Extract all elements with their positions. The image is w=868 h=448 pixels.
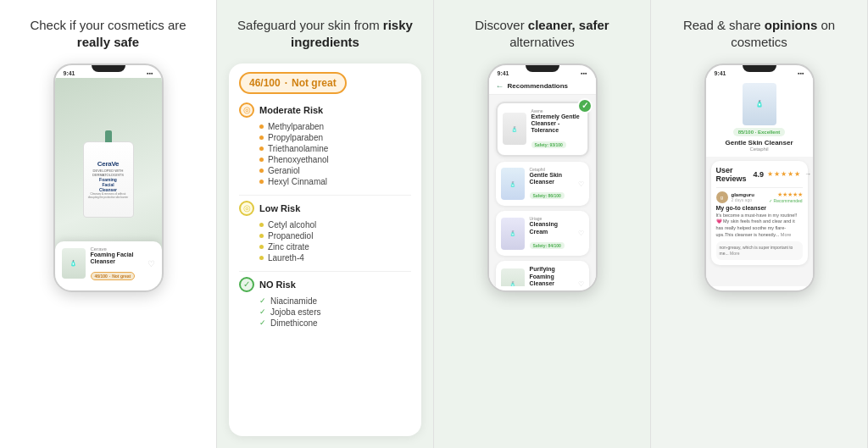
product-info-cetaphil: Cetaphil Gentle Skin Cleanser Safety: 86… [530, 167, 573, 202]
dot-yellow-4 [259, 256, 264, 260]
reviewer-row-1: g glamguru 2 days ago ★★★★★ ✓ Recommende… [716, 191, 803, 203]
phone-mockup-1: 9:41 ▪▪▪ CeraVe DEVELOPED WITH DERMATOLO… [53, 64, 164, 292]
panel2-title: Safeguard your skin from risky ingredien… [229, 17, 421, 52]
ingredient-name: Phenoxyethanol [268, 155, 329, 164]
panel-alternatives: Discover cleaner, safer alternatives 9:4… [434, 0, 651, 448]
separator-2 [239, 271, 411, 272]
signal-icons-3: ▪▪▪ [581, 70, 587, 76]
no-risk-icon: ✓ [239, 277, 254, 292]
score-label-1: Not great [112, 274, 131, 279]
ingredient-geraniol: Geraniol [239, 166, 411, 175]
panel-reviews: Read & share opinions on cosmetics 9:41 … [651, 0, 868, 448]
ingredient-name: Geraniol [268, 166, 300, 175]
reviewer-avatar-1: g [716, 191, 728, 203]
product-score-label-4: Excellent [758, 130, 780, 135]
dot-orange-6 [259, 180, 264, 184]
cerave-logo: CeraVe [97, 160, 119, 168]
product-card-cetaphil[interactable]: 🧴 Cetaphil Gentle Skin Cleanser Safety: … [496, 162, 589, 207]
review-stars-1: ★★★★★ [769, 191, 802, 198]
panel3-title-plain: Discover [475, 18, 528, 32]
score-badge-1: 46/100 · Not great [91, 272, 136, 280]
product-card-purifying[interactable]: 🧴 Purifying Foaming Cleanser Safety: 83/… [496, 261, 589, 285]
bottle-pump [105, 130, 112, 142]
reviews-arrow[interactable]: → [804, 170, 811, 178]
section-moderate-header: ◎ Moderate Risk [239, 102, 411, 118]
panel2-title-plain: Safeguard your skin from [237, 18, 383, 32]
product-brand-4: Cetaphil [749, 147, 768, 152]
ingredient-name: Propylparaben [268, 133, 323, 142]
product-section-4: 🧴 85/100 · Excellent Gentle Skin Cleanse… [706, 78, 813, 157]
selected-check-avene: ✓ [577, 98, 593, 113]
product-card-text-1: Cerave Foaming Facial Cleanser 46/100 · … [91, 246, 142, 281]
heart-uriage[interactable]: ♡ [578, 230, 584, 237]
panel3-title-bold: cleaner, safer [528, 18, 609, 32]
phone-bg-1: CeraVe DEVELOPED WITH DERMATOLOGISTS Foa… [55, 78, 162, 286]
reviewer-info-1: glamguru 2 days ago [732, 192, 766, 202]
ingredient-name: Triethanolamine [268, 144, 328, 153]
time-3: 9:41 [498, 70, 509, 76]
ingredient-name: Jojoba esters [270, 307, 320, 317]
review-more-1[interactable]: More [781, 232, 792, 237]
dot-orange-4 [259, 158, 264, 162]
name-uriage: Cleansing Cream [530, 221, 573, 235]
ingredients-score: 46/100 [249, 77, 281, 89]
ingredient-methylparaben: Methylparaben [239, 122, 411, 131]
ingredient-cetyl: Cetyl alcohol [239, 220, 411, 230]
ingredients-card: 46/100 · Not great ◎ Moderate Risk Methy… [229, 64, 421, 437]
section-low: ◎ Low Risk Cetyl alcohol Propanediol Zin… [239, 201, 411, 263]
reviews-section: User Reviews 4.9 ★★★★★ → g glamguru 2 da… [711, 161, 808, 266]
panel4-title: Read & share opinions on cosmetics [663, 17, 855, 52]
review-more-2[interactable]: More [730, 251, 739, 256]
ingredient-name: Zinc citrate [268, 242, 309, 252]
review-text-1: It's become a must-have in my routine!! … [716, 213, 803, 239]
ingredient-name: Methylparaben [268, 122, 324, 131]
review-item-1: g glamguru 2 days ago ★★★★★ ✓ Recommende… [716, 187, 803, 239]
ingredients-score-badge: 46/100 · Not great [239, 72, 347, 94]
ingredients-score-label: Not great [292, 77, 337, 89]
phone-screen-3: ← Recommendations 🧴 Avene Extremely Gent… [489, 78, 596, 286]
panel1-title-bold: really safe [77, 35, 139, 49]
panel4-title-plain: Read & share [683, 18, 765, 32]
reviews-header: User Reviews 4.9 ★★★★★ → [716, 166, 803, 183]
check-green-2: ✓ [259, 307, 266, 316]
panel3-title: Discover cleaner, safer alternatives [446, 17, 638, 52]
safety-avene: Safety: 93/100 [531, 141, 566, 148]
product-card-avene[interactable]: 🧴 Avene Extremely Gentle Cleanser - Tole… [496, 102, 589, 157]
ingredient-name: Cetyl alcohol [268, 220, 316, 230]
dot-sep-1: · [109, 274, 110, 279]
panel4-title-bold: opinions [765, 18, 818, 32]
time-4: 9:41 [715, 70, 726, 76]
ingredient-name: Laureth-4 [268, 253, 304, 263]
ingredient-niacinamide: ✓Niacinamide [239, 296, 411, 306]
review-text-2: non-greasy, which is super important to … [720, 245, 799, 257]
heart-cetaphil[interactable]: ♡ [578, 180, 584, 188]
back-icon[interactable]: ← [496, 81, 504, 91]
phone-notch-4 [743, 65, 776, 72]
dot-yellow-1 [259, 223, 264, 227]
safety-cetaphil: Safety: 86/100 [530, 192, 565, 199]
panel3-title-plain2: alternatives [509, 35, 575, 49]
dot-yellow-3 [259, 245, 264, 249]
cerave-sublabel: DEVELOPED WITH DERMATOLOGISTS [84, 169, 133, 177]
ingredient-hexyl-cinnamal: Hexyl Cinnamal [239, 177, 411, 186]
heart-icon-1[interactable]: ♡ [147, 259, 155, 268]
product-score-4: 85/100 · Excellent [733, 128, 786, 136]
ingredient-jojoba: ✓Jojoba esters [239, 307, 411, 317]
product-card-uriage[interactable]: 🧴 Uriage Cleansing Cream Safety: 84/100 … [496, 211, 589, 256]
product-img-uriage: 🧴 [501, 218, 525, 250]
name-purifying: Purifying Foaming Cleanser [530, 266, 573, 285]
product-img-4: 🧴 [743, 83, 776, 125]
product-img-cetaphil: 🧴 [501, 168, 525, 200]
ingredients-sep: · [285, 77, 287, 89]
section-low-header: ◎ Low Risk [239, 201, 411, 216]
recommendations-title: Recommendations [508, 82, 569, 90]
reviews-score: 4.9 [754, 170, 765, 179]
section-moderate: ◎ Moderate Risk Methylparaben Propylpara… [239, 102, 411, 186]
panel1-title: Check if your cosmetics are really safe [12, 17, 204, 52]
ingredient-name: Dimethicone [270, 318, 318, 328]
ingredient-propylparaben: Propylparaben [239, 133, 411, 142]
section-no-risk: ✓ NO Risk ✓Niacinamide ✓Jojoba esters ✓D… [239, 277, 411, 328]
review-recommended-1: ✓ Recommended [769, 198, 802, 203]
heart-purifying[interactable]: ♡ [578, 280, 584, 285]
ingredient-name: Hexyl Cinnamal [268, 177, 327, 186]
